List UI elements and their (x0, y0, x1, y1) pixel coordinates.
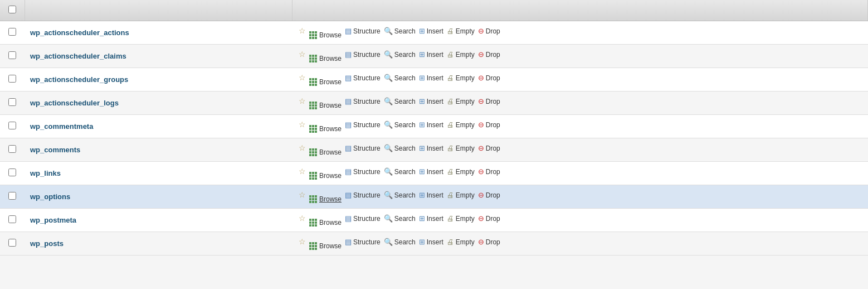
browse-button[interactable]: Browse (308, 171, 343, 180)
actions-cell: ☆ Browse ▤ Structure 🔍 Search ⊞ Insert 🖨… (292, 232, 868, 256)
drop-button[interactable]: ⊖ Drop (477, 97, 501, 106)
insert-button[interactable]: ⊞ Insert (418, 73, 445, 83)
star-icon: ☆ (299, 167, 306, 176)
search-button[interactable]: 🔍 Search (383, 214, 417, 223)
empty-button[interactable]: 🖨 Empty (446, 50, 476, 59)
favorite-button[interactable]: ☆ (298, 166, 307, 176)
table-column-header[interactable] (25, 0, 292, 21)
empty-button[interactable]: 🖨 Empty (446, 237, 476, 247)
search-label: Search (394, 74, 416, 82)
row-checkbox[interactable] (8, 239, 16, 247)
table-row: wp_links☆ Browse ▤ Structure 🔍 Search ⊞ … (0, 162, 868, 185)
empty-button[interactable]: 🖨 Empty (446, 26, 476, 36)
structure-button[interactable]: ▤ Structure (344, 73, 382, 83)
insert-button[interactable]: ⊞ Insert (418, 26, 445, 36)
search-button[interactable]: 🔍 Search (383, 143, 417, 153)
empty-icon: 🖨 (447, 214, 454, 223)
structure-button[interactable]: ▤ Structure (344, 120, 382, 129)
search-button[interactable]: 🔍 Search (383, 167, 417, 176)
insert-button[interactable]: ⊞ Insert (418, 190, 445, 200)
row-checkbox[interactable] (8, 215, 16, 223)
empty-button[interactable]: 🖨 Empty (446, 143, 476, 153)
insert-button[interactable]: ⊞ Insert (418, 237, 445, 247)
favorite-button[interactable]: ☆ (298, 213, 307, 223)
row-checkbox[interactable] (8, 51, 16, 59)
drop-button[interactable]: ⊖ Drop (477, 143, 501, 153)
insert-button[interactable]: ⊞ Insert (418, 214, 445, 223)
row-checkbox[interactable] (8, 122, 16, 129)
drop-button[interactable]: ⊖ Drop (477, 73, 501, 83)
row-checkbox[interactable] (8, 168, 16, 176)
row-checkbox[interactable] (8, 98, 16, 106)
favorite-button[interactable]: ☆ (298, 73, 307, 83)
actions-cell: ☆ Browse ▤ Structure 🔍 Search ⊞ Insert 🖨… (292, 162, 868, 185)
browse-button[interactable]: Browse (308, 218, 343, 227)
search-button[interactable]: 🔍 Search (383, 120, 417, 129)
favorite-button[interactable]: ☆ (298, 237, 307, 247)
row-checkbox-cell (0, 209, 25, 232)
drop-button[interactable]: ⊖ Drop (477, 26, 501, 36)
empty-button[interactable]: 🖨 Empty (446, 73, 476, 83)
row-checkbox[interactable] (8, 75, 16, 83)
drop-button[interactable]: ⊖ Drop (477, 120, 501, 129)
table-row: wp_postmeta☆ Browse ▤ Structure 🔍 Search… (0, 209, 868, 232)
browse-button[interactable]: Browse (308, 54, 343, 63)
insert-button[interactable]: ⊞ Insert (418, 97, 445, 106)
empty-button[interactable]: 🖨 Empty (446, 97, 476, 106)
insert-button[interactable]: ⊞ Insert (418, 167, 445, 176)
row-checkbox[interactable] (8, 192, 16, 200)
favorite-button[interactable]: ☆ (298, 96, 307, 106)
browse-icon (309, 55, 317, 62)
insert-button[interactable]: ⊞ Insert (418, 50, 445, 59)
row-checkbox-cell (0, 138, 25, 162)
favorite-button[interactable]: ☆ (298, 119, 307, 129)
browse-button[interactable]: Browse (308, 148, 343, 157)
structure-button[interactable]: ▤ Structure (344, 143, 382, 153)
search-button[interactable]: 🔍 Search (383, 50, 417, 59)
favorite-button[interactable]: ☆ (298, 190, 307, 200)
browse-button[interactable]: Browse (308, 78, 343, 86)
browse-button[interactable]: Browse (308, 101, 343, 110)
structure-button[interactable]: ▤ Structure (344, 97, 382, 106)
empty-icon: 🖨 (447, 167, 454, 176)
search-button[interactable]: 🔍 Search (383, 73, 417, 83)
favorite-button[interactable]: ☆ (298, 143, 307, 153)
insert-label: Insert (427, 168, 443, 176)
browse-button[interactable]: Browse (308, 31, 343, 40)
search-button[interactable]: 🔍 Search (383, 26, 417, 36)
favorite-button[interactable]: ☆ (298, 49, 307, 59)
structure-label: Structure (353, 144, 381, 152)
browse-button[interactable]: Browse (308, 195, 343, 204)
structure-button[interactable]: ▤ Structure (344, 190, 382, 200)
drop-icon: ⊖ (478, 167, 484, 176)
structure-button[interactable]: ▤ Structure (344, 50, 382, 59)
browse-button[interactable]: Browse (308, 124, 343, 133)
insert-button[interactable]: ⊞ Insert (418, 120, 445, 129)
row-checkbox[interactable] (8, 28, 16, 36)
search-button[interactable]: 🔍 Search (383, 237, 417, 247)
browse-button[interactable]: Browse (308, 242, 343, 251)
table-name-cell: wp_comments (25, 138, 292, 162)
drop-button[interactable]: ⊖ Drop (477, 214, 501, 223)
empty-button[interactable]: 🖨 Empty (446, 167, 476, 176)
empty-button[interactable]: 🖨 Empty (446, 214, 476, 223)
browse-label: Browse (319, 148, 342, 156)
search-button[interactable]: 🔍 Search (383, 190, 417, 200)
drop-button[interactable]: ⊖ Drop (477, 190, 501, 200)
structure-button[interactable]: ▤ Structure (344, 214, 382, 223)
drop-button[interactable]: ⊖ Drop (477, 237, 501, 247)
structure-button[interactable]: ▤ Structure (344, 167, 382, 176)
select-all-checkbox[interactable] (8, 6, 16, 13)
structure-button[interactable]: ▤ Structure (344, 26, 382, 36)
empty-button[interactable]: 🖨 Empty (446, 120, 476, 129)
empty-label: Empty (456, 215, 475, 223)
select-all-header (0, 0, 25, 21)
favorite-button[interactable]: ☆ (298, 26, 307, 36)
row-checkbox[interactable] (8, 145, 16, 153)
drop-button[interactable]: ⊖ Drop (477, 50, 501, 59)
insert-button[interactable]: ⊞ Insert (418, 143, 445, 153)
structure-button[interactable]: ▤ Structure (344, 237, 382, 247)
empty-button[interactable]: 🖨 Empty (446, 190, 476, 200)
drop-button[interactable]: ⊖ Drop (477, 167, 501, 176)
search-button[interactable]: 🔍 Search (383, 97, 417, 106)
